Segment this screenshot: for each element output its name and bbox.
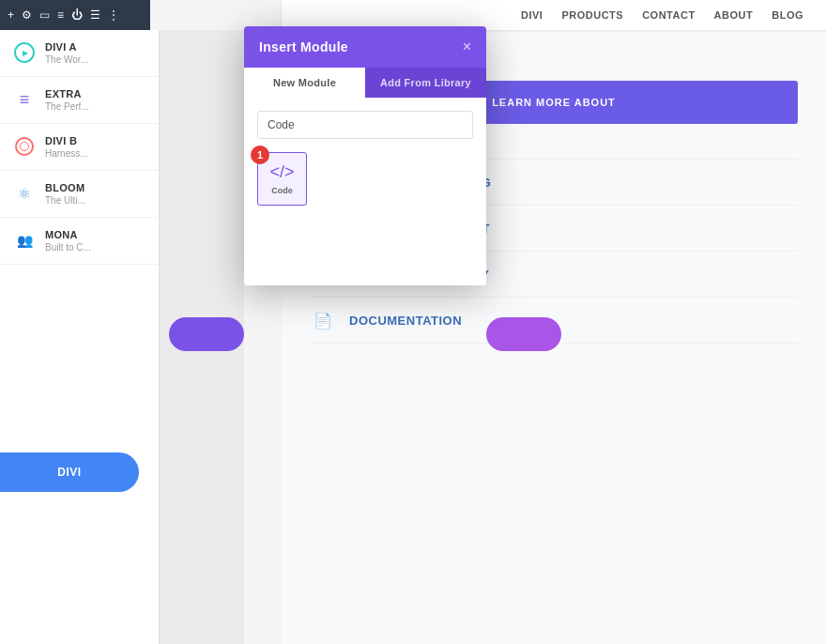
sidebar-item-extra[interactable]: EXTRA The Perf... xyxy=(0,77,159,124)
sidebar-item-divi-b[interactable]: DIVI B Harness... xyxy=(0,124,159,171)
sidebar-title: BLOOM xyxy=(45,182,85,193)
circle-icon xyxy=(13,135,36,158)
left-sidebar: DIVI A The Wor... EXTRA The Perf... DIVI… xyxy=(0,30,160,644)
module-grid: 1 </> Code xyxy=(257,152,473,206)
module-search-input[interactable] xyxy=(257,111,473,139)
tab-add-from-library[interactable]: Add From Library xyxy=(365,68,486,98)
badge-number: 1 xyxy=(251,146,269,164)
sidebar-title: DIVI A xyxy=(45,41,88,53)
tab-new-module[interactable]: New Module xyxy=(244,68,365,98)
modal-tabs: New Module Add From Library xyxy=(244,68,486,98)
nav-blog[interactable]: BLOG xyxy=(772,9,803,21)
more-icon[interactable]: ⋮ xyxy=(108,8,119,22)
add-icon[interactable]: + xyxy=(8,8,14,22)
modal-title: Insert Module xyxy=(259,39,348,54)
nav-about[interactable]: ABOUT xyxy=(714,9,754,21)
support-label: DOCUMENTATION xyxy=(349,314,462,328)
sidebar-title: MONA xyxy=(45,229,91,240)
sidebar-item-mona[interactable]: MONA Built to C... xyxy=(0,218,159,265)
sidebar-sub: Harness... xyxy=(45,148,88,159)
doc-icon: 📄 xyxy=(310,307,336,333)
modal-body: 1 </> Code xyxy=(244,98,486,285)
sidebar-item-bloom[interactable]: BLOOM The Ulti... xyxy=(0,171,159,218)
sidebar-title: DIVI B xyxy=(45,135,88,146)
sidebar-sub: The Wor... xyxy=(45,54,88,65)
sidebar-sub: Built to C... xyxy=(45,242,91,253)
insert-module-modal: Insert Module × New Module Add From Libr… xyxy=(244,26,486,285)
menu-icon[interactable]: ☰ xyxy=(90,8,100,22)
layout-icon[interactable]: ▭ xyxy=(39,8,50,22)
modal-close-button[interactable]: × xyxy=(463,39,471,54)
list-icon xyxy=(13,88,36,111)
settings-icon[interactable]: ⚙ xyxy=(22,8,32,22)
atom-icon xyxy=(13,182,36,205)
bg-button-right[interactable] xyxy=(486,317,561,351)
sidebar-sub: The Ulti... xyxy=(45,195,85,206)
top-toolbar: + ⚙ ▭ ≡ ⏻ ☰ ⋮ xyxy=(0,0,150,30)
play-icon xyxy=(13,41,36,64)
module-item-code[interactable]: 1 </> Code xyxy=(257,152,307,206)
module-label: Code xyxy=(271,186,293,195)
module-icon[interactable]: ≡ xyxy=(57,8,64,22)
divi-btn-label: DIVI xyxy=(57,466,81,479)
sidebar-item-divi-a[interactable]: DIVI A The Wor... xyxy=(0,30,159,77)
nav-contact[interactable]: CONTACT xyxy=(642,9,695,21)
sidebar-sub: The Perf... xyxy=(45,101,89,112)
bg-button-left[interactable] xyxy=(169,317,244,351)
divi-button[interactable]: DIVI xyxy=(0,452,139,492)
nav-products[interactable]: PRODUCTS xyxy=(561,9,623,21)
modal-header: Insert Module × xyxy=(244,26,486,68)
learn-more-label: LEARN MORE ABOUT xyxy=(492,97,616,108)
nav-divi[interactable]: DIVI xyxy=(521,9,543,21)
people-icon xyxy=(13,229,36,252)
code-icon: </> xyxy=(269,162,294,182)
power-icon[interactable]: ⏻ xyxy=(71,8,83,22)
sidebar-title: EXTRA xyxy=(45,88,89,100)
